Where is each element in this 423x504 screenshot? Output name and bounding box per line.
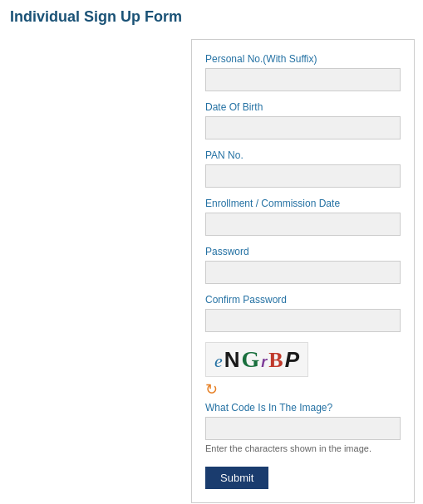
- confirm-password-input[interactable]: [205, 309, 401, 332]
- captcha-display: e N G r B P: [205, 342, 308, 377]
- confirm-password-label: Confirm Password: [205, 294, 401, 306]
- enrollment-group: Enrollment / Commission Date: [205, 198, 401, 236]
- pan-input[interactable]: [205, 164, 401, 188]
- pan-label: PAN No.: [205, 149, 401, 161]
- dob-input[interactable]: [205, 116, 401, 139]
- captcha-hint: Enter the characters shown in the image.: [205, 443, 401, 453]
- personal-no-label: Personal No.(With Suffix): [205, 53, 401, 65]
- captcha-section: e N G r B P ↻ What Code Is In The Image?…: [205, 342, 401, 453]
- captcha-input[interactable]: [205, 417, 401, 440]
- submit-button[interactable]: Submit: [205, 467, 268, 489]
- captcha-char-g: G: [242, 346, 260, 373]
- personal-no-group: Personal No.(With Suffix): [205, 53, 401, 91]
- page-title: Individual Sign Up Form: [0, 0, 423, 32]
- captcha-char-e: e: [214, 350, 223, 372]
- refresh-captcha-icon[interactable]: ↻: [205, 380, 218, 399]
- captcha-refresh-row: ↻: [205, 380, 401, 399]
- password-group: Password: [205, 246, 401, 284]
- password-label: Password: [205, 246, 401, 257]
- confirm-password-group: Confirm Password: [205, 294, 401, 332]
- pan-group: PAN No.: [205, 149, 401, 188]
- personal-no-input[interactable]: [205, 68, 401, 91]
- enrollment-input[interactable]: [205, 213, 401, 236]
- captcha-wrapper: e N G r B P: [205, 342, 401, 377]
- captcha-char-b: B: [268, 348, 283, 373]
- dob-label: Date Of Birth: [205, 101, 401, 113]
- form-container: Personal No.(With Suffix) Date Of Birth …: [191, 39, 415, 503]
- captcha-label: What Code Is In The Image?: [205, 402, 401, 413]
- captcha-char-n: N: [224, 347, 240, 373]
- captcha-char-r: r: [261, 354, 267, 371]
- enrollment-label: Enrollment / Commission Date: [205, 198, 401, 209]
- dob-group: Date Of Birth: [205, 101, 401, 139]
- captcha-char-p: P: [285, 347, 299, 373]
- password-input[interactable]: [205, 261, 401, 284]
